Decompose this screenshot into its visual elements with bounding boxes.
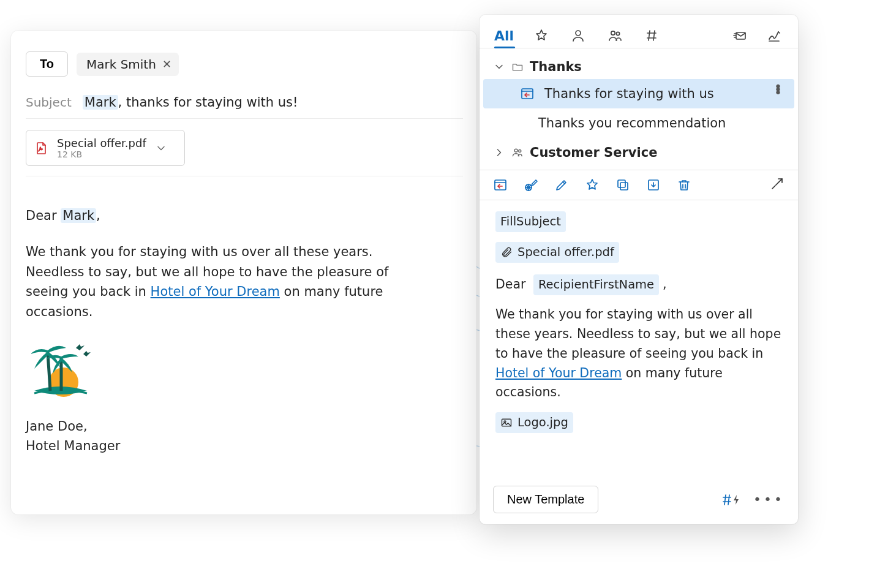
to-button[interactable]: To (26, 51, 68, 77)
people-icon (511, 146, 524, 159)
people-icon (608, 28, 622, 43)
folder-thanks-label: Thanks (530, 59, 582, 74)
signature-name: Jane Doe, (26, 417, 463, 437)
subject-input[interactable]: Mark, thanks for staying with us! (83, 95, 298, 110)
tab-quick-send[interactable] (731, 23, 749, 48)
attachment-name: Special offer.pdf (57, 137, 146, 149)
template-selected-label: Thanks for staying with us (544, 86, 714, 101)
insert-icon (493, 178, 508, 192)
chevron-down-icon (493, 61, 505, 73)
copy-icon (615, 178, 630, 192)
preview-attachment-token[interactable]: Special offer.pdf (495, 242, 619, 263)
svg-rect-5 (522, 89, 533, 99)
preview-greeting-suffix: , (663, 277, 667, 292)
template-preview: FillSubject Special offer.pdf Dear Recip… (480, 200, 798, 477)
star-icon (585, 178, 600, 192)
edit-html-button[interactable] (524, 178, 538, 192)
svg-rect-8 (495, 180, 506, 190)
tab-all[interactable]: All (494, 23, 514, 48)
remove-recipient-icon[interactable]: ✕ (162, 58, 171, 70)
person-icon (571, 28, 585, 43)
greeting-prefix: Dear (26, 208, 61, 223)
svg-point-7 (519, 150, 521, 153)
image-icon (500, 417, 513, 429)
preview-attachment-name: Special offer.pdf (517, 243, 614, 262)
folder-customer-service[interactable]: Customer Service (483, 138, 794, 167)
star-icon (534, 28, 549, 43)
recipient-firstname-token[interactable]: RecipientFirstName (533, 274, 659, 295)
svg-point-1 (576, 31, 581, 36)
favorite-button[interactable] (585, 178, 600, 192)
svg-rect-11 (618, 180, 625, 187)
more-options-button[interactable]: ••• (753, 492, 785, 507)
bolt-icon (732, 494, 740, 505)
pencil-icon (554, 178, 569, 192)
folder-cs-label: Customer Service (530, 145, 657, 160)
preview-toolbar (480, 170, 798, 200)
tab-personal[interactable] (569, 23, 587, 48)
recipient-chip[interactable]: Mark Smith ✕ (77, 53, 179, 76)
template-more-button[interactable]: ••• (774, 87, 783, 96)
template-tree: Thanks Thanks for staying with us ••• Th… (480, 48, 798, 170)
template-other-label: Thanks you recommendation (538, 116, 726, 130)
greeting-suffix: , (96, 208, 100, 223)
template-item-selected[interactable]: Thanks for staying with us ••• (483, 79, 794, 108)
recipient-name: Mark Smith (86, 57, 156, 72)
chevron-down-icon[interactable] (155, 142, 167, 154)
quick-macro-button[interactable] (720, 492, 740, 507)
folder-thanks[interactable]: Thanks (483, 55, 794, 79)
import-icon (646, 178, 661, 192)
greeting-name-highlight: Mark (61, 208, 96, 223)
email-body[interactable]: Dear Mark, We thank you for staying with… (26, 206, 463, 456)
attachment-size: 12 KB (57, 149, 146, 159)
pen-globe-icon (524, 178, 538, 192)
preview-hotel-link[interactable]: Hotel of Your Dream (495, 366, 622, 380)
import-button[interactable] (646, 178, 661, 192)
tab-favorites[interactable] (532, 23, 551, 48)
svg-point-3 (617, 32, 620, 35)
new-template-button[interactable]: New Template (493, 486, 598, 513)
hash-icon (644, 28, 659, 43)
pdf-icon (34, 141, 48, 156)
compose-pane: To Mark Smith ✕ Subject Mark, thanks for… (11, 31, 476, 514)
template-item[interactable]: Thanks you recommendation (483, 108, 794, 138)
preview-greeting-prefix: Dear (495, 277, 525, 292)
logo-token-label: Logo.jpg (517, 413, 568, 432)
hotel-link[interactable]: Hotel of Your Dream (151, 284, 280, 299)
panel-tabs: All (480, 15, 798, 48)
signature-title: Hotel Manager (26, 436, 463, 456)
trash-icon (677, 178, 691, 192)
paperclip-icon (500, 246, 513, 258)
subject-label: Subject (26, 95, 72, 110)
insert-template-icon (520, 86, 535, 101)
subject-rest: , thanks for staying with us! (118, 95, 298, 110)
fill-subject-token[interactable]: FillSubject (495, 211, 566, 232)
tab-signatures[interactable] (765, 23, 783, 48)
expand-icon (770, 176, 785, 191)
copy-button[interactable] (615, 178, 630, 192)
preview-body-1: We thank you for staying with us over al… (495, 307, 781, 361)
edit-button[interactable] (554, 178, 569, 192)
pen-sign-icon (767, 28, 781, 43)
attachment-card[interactable]: Special offer.pdf 12 KB (26, 130, 185, 166)
delete-button[interactable] (677, 178, 691, 192)
expand-button[interactable] (770, 176, 785, 194)
subject-name-highlight: Mark (83, 95, 118, 110)
chevron-right-icon (493, 146, 505, 159)
mail-fast-icon (732, 28, 747, 43)
svg-point-2 (611, 31, 615, 35)
logo-token[interactable]: Logo.jpg (495, 412, 573, 433)
templates-panel: All (480, 15, 798, 524)
folder-icon (511, 61, 524, 73)
insert-button[interactable] (493, 178, 508, 192)
tab-team[interactable] (606, 23, 624, 48)
svg-rect-10 (620, 183, 628, 190)
tab-tags[interactable] (642, 23, 661, 48)
svg-point-6 (514, 149, 517, 152)
logo-image (26, 338, 463, 405)
